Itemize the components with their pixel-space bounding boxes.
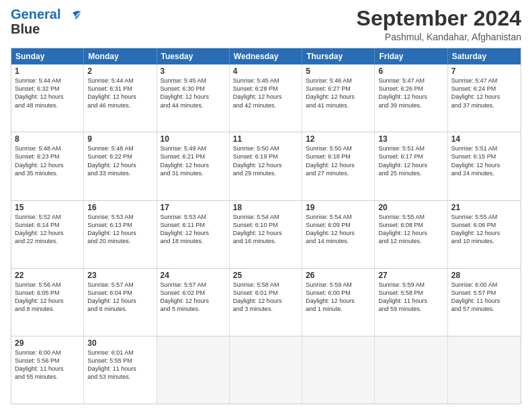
calendar-day-cell: 9Sunrise: 5:48 AM Sunset: 6:22 PM Daylig…: [84, 132, 157, 199]
day-info: Sunrise: 5:47 AM Sunset: 6:26 PM Dayligh…: [378, 77, 443, 109]
day-info: Sunrise: 5:50 AM Sunset: 6:18 PM Dayligh…: [306, 144, 371, 177]
calendar-day-cell: 22Sunrise: 5:56 AM Sunset: 6:05 PM Dayli…: [11, 269, 84, 336]
day-number: 11: [233, 134, 298, 144]
logo-general: General: [11, 7, 60, 21]
calendar-day-cell: [448, 336, 521, 404]
day-info: Sunrise: 5:55 AM Sunset: 6:06 PM Dayligh…: [451, 213, 517, 246]
day-number: 7: [451, 66, 517, 76]
day-info: Sunrise: 5:58 AM Sunset: 6:01 PM Dayligh…: [233, 281, 298, 314]
day-info: Sunrise: 5:49 AM Sunset: 6:21 PM Dayligh…: [161, 144, 226, 177]
location-subtitle: Pashmul, Kandahar, Afghanistan: [357, 32, 521, 42]
day-number: 6: [378, 66, 443, 76]
day-number: 17: [161, 203, 226, 212]
day-info: Sunrise: 5:51 AM Sunset: 6:15 PM Dayligh…: [451, 144, 517, 177]
calendar: SundayMondayTuesdayWednesdayThursdayFrid…: [11, 48, 521, 404]
calendar-day-cell: 17Sunrise: 5:53 AM Sunset: 6:11 PM Dayli…: [157, 201, 230, 268]
calendar-day-cell: 14Sunrise: 5:51 AM Sunset: 6:15 PM Dayli…: [448, 132, 521, 199]
day-number: 21: [451, 203, 517, 212]
day-number: 1: [15, 66, 80, 76]
day-info: Sunrise: 5:47 AM Sunset: 6:24 PM Dayligh…: [451, 77, 517, 109]
calendar-week-row: 8Sunrise: 5:48 AM Sunset: 6:23 PM Daylig…: [11, 132, 521, 199]
calendar-header-cell: Sunday: [11, 48, 84, 64]
calendar-week-row: 29Sunrise: 6:00 AM Sunset: 5:56 PM Dayli…: [11, 336, 521, 404]
calendar-week-row: 22Sunrise: 5:56 AM Sunset: 6:05 PM Dayli…: [11, 268, 521, 336]
day-number: 9: [87, 134, 152, 144]
day-info: Sunrise: 5:59 AM Sunset: 6:00 PM Dayligh…: [306, 281, 371, 314]
calendar-day-cell: 13Sunrise: 5:51 AM Sunset: 6:17 PM Dayli…: [375, 132, 447, 199]
calendar-day-cell: 7Sunrise: 5:47 AM Sunset: 6:24 PM Daylig…: [448, 64, 521, 132]
day-info: Sunrise: 5:51 AM Sunset: 6:17 PM Dayligh…: [378, 144, 443, 177]
day-number: 22: [15, 271, 80, 280]
calendar-day-cell: [230, 336, 302, 404]
day-info: Sunrise: 5:48 AM Sunset: 6:22 PM Dayligh…: [87, 144, 152, 177]
day-number: 28: [451, 271, 517, 280]
day-info: Sunrise: 5:56 AM Sunset: 6:05 PM Dayligh…: [15, 281, 80, 314]
day-number: 12: [306, 134, 371, 144]
calendar-day-cell: 12Sunrise: 5:50 AM Sunset: 6:18 PM Dayli…: [302, 132, 375, 199]
calendar-header-row: SundayMondayTuesdayWednesdayThursdayFrid…: [11, 48, 521, 64]
day-info: Sunrise: 5:48 AM Sunset: 6:23 PM Dayligh…: [15, 144, 80, 177]
calendar-day-cell: 6Sunrise: 5:47 AM Sunset: 6:26 PM Daylig…: [375, 64, 447, 132]
day-number: 16: [87, 203, 152, 212]
day-number: 14: [451, 134, 517, 144]
calendar-day-cell: 18Sunrise: 5:54 AM Sunset: 6:10 PM Dayli…: [230, 201, 302, 268]
calendar-header-cell: Saturday: [448, 48, 521, 64]
calendar-day-cell: 24Sunrise: 5:57 AM Sunset: 6:02 PM Dayli…: [157, 269, 230, 336]
day-number: 20: [378, 203, 443, 212]
day-number: 15: [15, 203, 80, 212]
calendar-day-cell: 11Sunrise: 5:50 AM Sunset: 6:19 PM Dayli…: [230, 132, 302, 199]
calendar-day-cell: 30Sunrise: 6:01 AM Sunset: 5:55 PM Dayli…: [84, 336, 157, 404]
day-number: 25: [233, 271, 298, 280]
calendar-day-cell: 20Sunrise: 5:55 AM Sunset: 6:08 PM Dayli…: [375, 201, 447, 268]
calendar-day-cell: 15Sunrise: 5:52 AM Sunset: 6:14 PM Dayli…: [11, 201, 84, 268]
calendar-day-cell: 23Sunrise: 5:57 AM Sunset: 6:04 PM Dayli…: [84, 269, 157, 336]
day-number: 5: [306, 66, 371, 76]
calendar-day-cell: 8Sunrise: 5:48 AM Sunset: 6:23 PM Daylig…: [11, 132, 84, 199]
calendar-day-cell: 1Sunrise: 5:44 AM Sunset: 6:32 PM Daylig…: [11, 64, 84, 132]
calendar-week-row: 1Sunrise: 5:44 AM Sunset: 6:32 PM Daylig…: [11, 64, 521, 132]
calendar-day-cell: 5Sunrise: 5:46 AM Sunset: 6:27 PM Daylig…: [302, 64, 375, 132]
calendar-day-cell: 28Sunrise: 6:00 AM Sunset: 5:57 PM Dayli…: [448, 269, 521, 336]
day-info: Sunrise: 6:00 AM Sunset: 5:57 PM Dayligh…: [451, 281, 517, 314]
calendar-day-cell: 10Sunrise: 5:49 AM Sunset: 6:21 PM Dayli…: [157, 132, 230, 199]
day-number: 26: [306, 271, 371, 280]
day-number: 3: [161, 66, 226, 76]
calendar-day-cell: 25Sunrise: 5:58 AM Sunset: 6:01 PM Dayli…: [230, 269, 302, 336]
calendar-header-cell: Tuesday: [157, 48, 230, 64]
calendar-day-cell: 26Sunrise: 5:59 AM Sunset: 6:00 PM Dayli…: [302, 269, 375, 336]
day-info: Sunrise: 5:44 AM Sunset: 6:31 PM Dayligh…: [87, 77, 152, 109]
calendar-day-cell: 2Sunrise: 5:44 AM Sunset: 6:31 PM Daylig…: [84, 64, 157, 132]
day-number: 2: [87, 66, 152, 76]
day-info: Sunrise: 5:46 AM Sunset: 6:27 PM Dayligh…: [306, 77, 371, 109]
day-number: 18: [233, 203, 298, 212]
title-block: September 2024 Pashmul, Kandahar, Afghan…: [357, 7, 521, 42]
calendar-week-row: 15Sunrise: 5:52 AM Sunset: 6:14 PM Dayli…: [11, 200, 521, 268]
calendar-day-cell: 21Sunrise: 5:55 AM Sunset: 6:06 PM Dayli…: [448, 201, 521, 268]
page: General Blue September 2024 Pashmul, Kan…: [0, 0, 532, 411]
header: General Blue September 2024 Pashmul, Kan…: [11, 7, 521, 42]
calendar-day-cell: 4Sunrise: 5:45 AM Sunset: 6:28 PM Daylig…: [230, 64, 302, 132]
day-number: 23: [87, 271, 152, 280]
day-info: Sunrise: 5:57 AM Sunset: 6:02 PM Dayligh…: [161, 281, 226, 314]
calendar-day-cell: 27Sunrise: 5:59 AM Sunset: 5:58 PM Dayli…: [375, 269, 447, 336]
day-number: 4: [233, 66, 298, 76]
day-info: Sunrise: 5:45 AM Sunset: 6:30 PM Dayligh…: [161, 77, 226, 109]
day-number: 10: [161, 134, 226, 144]
calendar-header-cell: Monday: [84, 48, 157, 64]
day-info: Sunrise: 5:45 AM Sunset: 6:28 PM Dayligh…: [233, 77, 298, 109]
day-info: Sunrise: 5:52 AM Sunset: 6:14 PM Dayligh…: [15, 213, 80, 246]
day-number: 19: [306, 203, 371, 212]
day-number: 8: [15, 134, 80, 144]
day-number: 30: [87, 338, 152, 348]
calendar-header-cell: Thursday: [302, 48, 375, 64]
calendar-day-cell: 19Sunrise: 5:54 AM Sunset: 6:09 PM Dayli…: [302, 201, 375, 268]
day-info: Sunrise: 6:01 AM Sunset: 5:55 PM Dayligh…: [87, 349, 152, 381]
month-title: September 2024: [357, 7, 521, 30]
day-info: Sunrise: 5:54 AM Sunset: 6:09 PM Dayligh…: [306, 213, 371, 246]
calendar-day-cell: 16Sunrise: 5:53 AM Sunset: 6:13 PM Dayli…: [84, 201, 157, 268]
calendar-day-cell: 29Sunrise: 6:00 AM Sunset: 5:56 PM Dayli…: [11, 336, 84, 404]
day-info: Sunrise: 5:50 AM Sunset: 6:19 PM Dayligh…: [233, 144, 298, 177]
day-number: 24: [161, 271, 226, 280]
logo-bird-icon: [62, 9, 82, 28]
day-number: 27: [378, 271, 443, 280]
